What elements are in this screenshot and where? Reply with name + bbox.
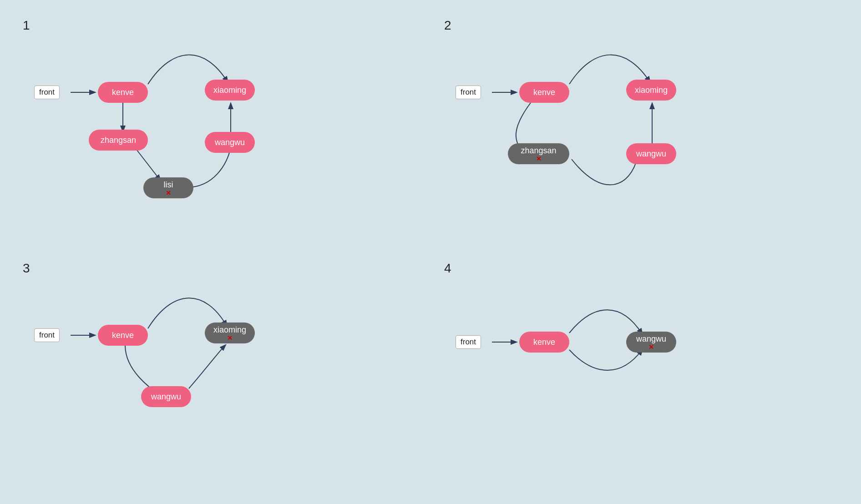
diagram-panel-1: 1 front kenve zhangsan	[9, 9, 430, 252]
arrows-3	[9, 252, 430, 495]
arrows-1	[9, 9, 430, 252]
panel-number-3: 3	[23, 261, 30, 276]
node-zhangsan-1: zhangsan	[89, 130, 148, 151]
zhangsan-x-mark-2: ✕	[536, 156, 542, 162]
node-lisi-1: lisi ✕	[143, 177, 193, 198]
wangwu-x-mark-4: ✕	[648, 344, 654, 350]
front-label-3: front	[34, 328, 60, 342]
front-label-2: front	[456, 86, 481, 99]
node-zhangsan-2: zhangsan ✕	[508, 143, 569, 164]
arrows-4	[430, 252, 852, 495]
node-kenve-2: kenve	[519, 82, 569, 103]
diagram-panel-3: 3 front kenve wangwu xiaoming ✕	[9, 252, 430, 495]
node-xiaoming-3: xiaoming ✕	[205, 323, 255, 343]
panel-number-1: 1	[23, 18, 30, 33]
panel-number-2: 2	[444, 18, 451, 33]
xiaoming-x-mark-3: ✕	[227, 335, 233, 341]
front-label-4: front	[456, 335, 481, 349]
node-kenve-3: kenve	[98, 325, 148, 346]
front-label-1: front	[34, 86, 60, 99]
node-wangwu-4: wangwu ✕	[626, 332, 676, 353]
diagram-panel-2: 2 front kenve zhangsan ✕ wangwu xiaomin	[430, 9, 852, 252]
node-kenve-4: kenve	[519, 332, 569, 353]
node-wangwu-2: wangwu	[626, 143, 676, 164]
arrows-2	[430, 9, 852, 252]
node-wangwu-3: wangwu	[141, 386, 191, 407]
panel-number-4: 4	[444, 261, 451, 276]
node-xiaoming-2: xiaoming	[626, 80, 676, 101]
node-xiaoming-1: xiaoming	[205, 80, 255, 101]
node-kenve-1: kenve	[98, 82, 148, 103]
lisi-x-mark-1: ✕	[166, 190, 171, 196]
node-wangwu-1: wangwu	[205, 132, 255, 153]
diagram-panel-4: 4 front kenve wangwu ✕	[430, 252, 852, 495]
